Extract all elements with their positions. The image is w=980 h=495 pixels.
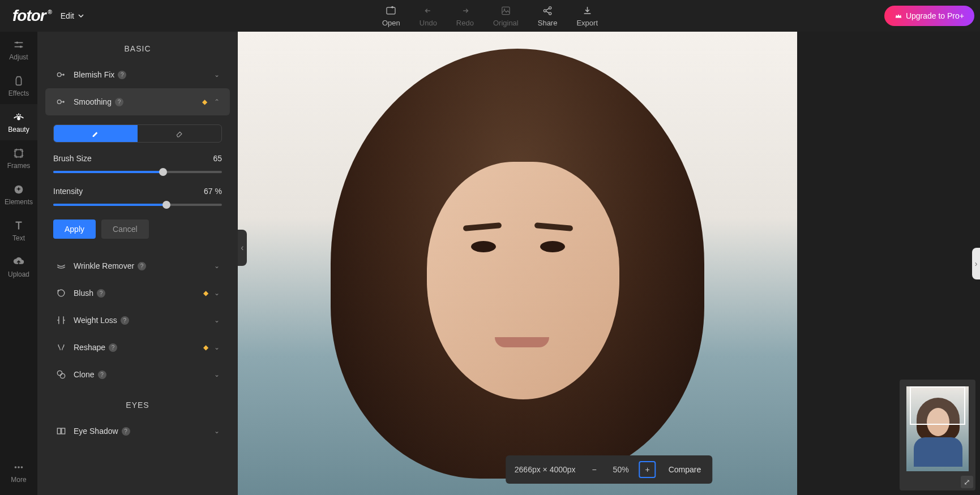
blemish-icon [55,69,67,80]
minimap[interactable]: ⤢ [900,380,975,490]
undo-button[interactable]: Undo [420,5,437,27]
eye-shadow-icon [55,425,67,437]
svg-rect-0 [387,7,395,14]
nav-more[interactable]: More [0,454,37,490]
left-nav: Adjust Effects Beauty Frames Elements Te… [0,32,37,495]
image-dimensions: 2666px × 4000px [515,465,576,474]
nav-beauty[interactable]: Beauty [0,104,37,140]
collapse-panel-handle[interactable]: ‹ [238,230,247,266]
chevron-up-icon: ⌃ [214,98,220,106]
intensity-slider: Intensity 67 % [53,187,222,206]
share-icon [541,5,554,16]
chevron-down-icon: ⌄ [214,343,220,351]
help-icon[interactable]: ? [138,262,146,270]
help-icon[interactable]: ? [109,343,117,352]
original-button[interactable]: Original [493,5,519,27]
beauty-icon [12,111,25,123]
apply-button[interactable]: Apply [53,219,96,239]
nav-elements[interactable]: Elements [0,177,37,213]
nav-text[interactable]: Text [0,213,37,249]
nav-upload[interactable]: Upload [0,249,37,285]
status-bar: 2666px × 4000px − 50% + Compare [506,455,712,484]
svg-point-3 [544,9,546,11]
nav-effects[interactable]: Effects [0,68,37,104]
redo-button[interactable]: Redo [456,5,474,27]
eraser-icon [175,129,184,138]
minimap-viewport[interactable] [910,386,965,425]
chevron-down-icon: ⌄ [214,289,220,297]
tool-wrinkle-remover[interactable]: Wrinkle Remover ? ⌄ [45,252,230,279]
tool-smoothing[interactable]: Smoothing ? ◆ ⌃ [45,88,230,115]
upload-icon [12,256,25,268]
intensity-value: 67 [204,187,213,196]
svg-point-11 [15,466,17,468]
brush-add-icon [91,129,100,138]
nav-adjust[interactable]: Adjust [0,32,37,68]
clone-icon [55,369,67,380]
nav-frames[interactable]: Frames [0,140,37,177]
help-icon[interactable]: ? [115,98,123,106]
svg-rect-21 [57,428,61,434]
wrinkle-icon [55,260,67,272]
help-icon[interactable]: ? [121,316,129,325]
tool-reshape[interactable]: Reshape ? ◆ ⌄ [45,334,230,361]
edit-label: Edit [61,11,74,20]
tool-clone[interactable]: Clone ? ⌄ [45,361,230,388]
compare-button[interactable]: Compare [666,462,704,477]
help-icon[interactable]: ? [98,371,106,379]
slider-thumb[interactable] [159,168,167,176]
image-canvas[interactable] [238,32,797,495]
edit-menu[interactable]: Edit [53,8,92,24]
svg-rect-22 [62,428,65,434]
chevron-down-icon: ⌄ [214,371,220,378]
canvas-area: › 2666px × 4000px − 50% + Compare ⤢ [238,32,980,495]
premium-icon: ◆ [203,343,208,351]
svg-point-13 [21,466,23,468]
svg-point-7 [20,46,22,48]
svg-point-15 [63,74,65,75]
tool-eye-shadow[interactable]: Eye Shadow ? ⌄ [45,417,230,445]
help-icon[interactable]: ? [122,427,130,436]
share-button[interactable]: Share [538,5,558,27]
svg-point-16 [57,100,61,104]
brush-add[interactable] [54,125,138,142]
chevron-down-icon: ⌄ [214,427,220,435]
weight-loss-icon [55,315,67,326]
zoom-in-button[interactable]: + [639,461,656,478]
top-header: fotor® Edit Open Undo Redo Original Shar… [0,0,980,32]
tool-blemish-fix[interactable]: Blemish Fix ? ⌄ [45,61,230,88]
tool-weight-loss[interactable]: Weight Loss ? ⌄ [45,307,230,334]
export-button[interactable]: Export [576,5,598,27]
zoom-out-button[interactable]: − [586,461,603,478]
upgrade-button[interactable]: Upgrade to Pro+ [884,6,974,26]
chevron-down-icon [78,12,84,19]
tool-blush[interactable]: Blush ? ◆ ⌄ [45,279,230,307]
logo: fotor® [6,7,53,25]
svg-rect-1 [502,7,510,14]
brush-size-track[interactable] [53,171,222,173]
section-eyes: EYES [37,388,238,417]
cancel-button[interactable]: Cancel [101,219,149,239]
slider-thumb[interactable] [162,201,170,209]
premium-icon: ◆ [203,289,208,297]
chevron-down-icon: ⌄ [214,316,220,324]
svg-point-5 [549,12,551,14]
expand-right-handle[interactable]: › [972,248,980,279]
section-basic: BASIC [37,32,238,61]
brush-size-value: 65 [213,154,222,163]
svg-point-19 [57,371,62,375]
brush-erase[interactable] [138,125,221,142]
svg-point-20 [60,373,65,378]
original-icon [499,5,512,16]
svg-point-17 [63,101,65,102]
help-icon[interactable]: ? [97,289,105,298]
open-button[interactable]: Open [382,5,400,27]
help-icon[interactable]: ? [118,71,126,79]
chevron-down-icon: ⌄ [214,71,220,79]
intensity-track[interactable] [53,204,222,206]
undo-icon [422,5,434,16]
adjust-icon [12,38,25,51]
svg-point-6 [16,42,18,44]
minimap-expand-button[interactable]: ⤢ [961,476,973,488]
more-icon [12,461,25,474]
